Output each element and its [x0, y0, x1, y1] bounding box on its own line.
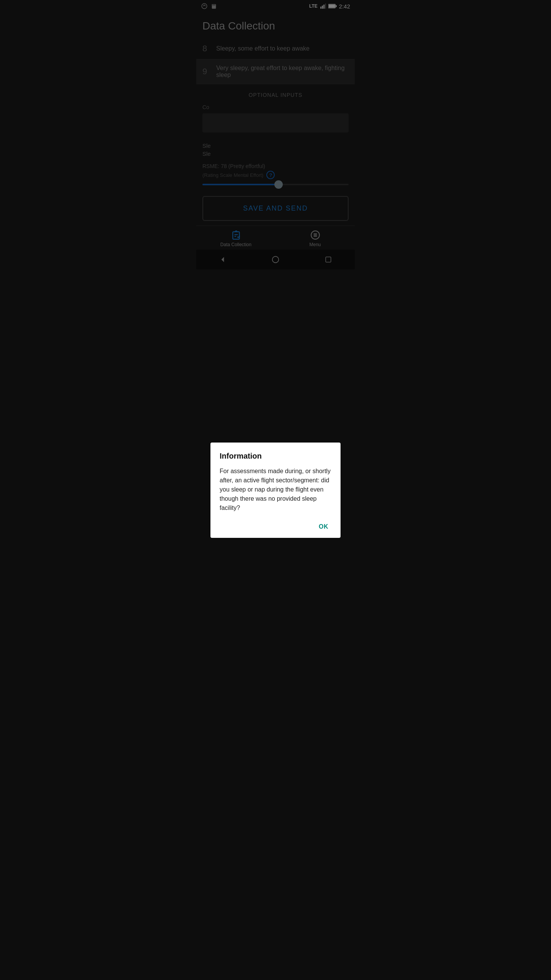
dialog-overlay: Information For assessments made during,…	[196, 0, 355, 343]
